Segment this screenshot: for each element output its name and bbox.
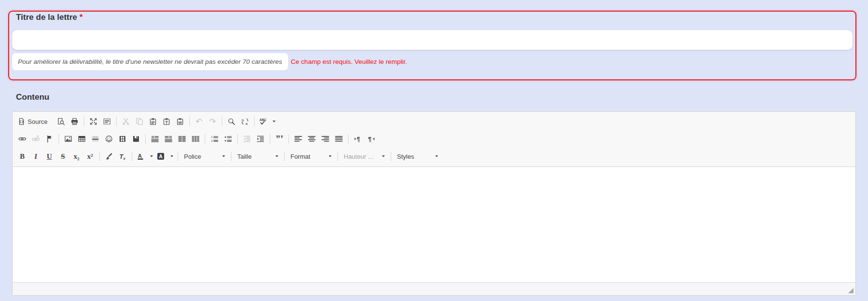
rich-text-editor: SourceTW↶↷baABC 12””¶¶ BIUSx₂x²TxAAPolic… [12, 111, 856, 296]
indent-button[interactable] [254, 133, 267, 145]
anchor-button[interactable] [43, 133, 56, 145]
editor-status-bar [13, 282, 855, 295]
svg-text:A: A [159, 153, 163, 159]
align-right-icon [321, 135, 329, 143]
strikethrough-button[interactable]: S [57, 150, 69, 163]
image-button[interactable] [62, 133, 75, 145]
table-button[interactable] [76, 133, 88, 145]
copy-formatting-icon [105, 152, 113, 160]
paste-word-icon: W [176, 118, 184, 125]
float-left-block-button[interactable] [149, 133, 161, 145]
paste-from-word-button[interactable]: W [174, 115, 186, 128]
toolbar-separator [132, 151, 132, 161]
direction-rtl-button[interactable]: ¶ [365, 133, 378, 145]
numbered-list-icon: 12 [211, 135, 218, 143]
replace-button[interactable]: ba [239, 115, 251, 128]
italic-button[interactable]: I [30, 150, 42, 163]
toolbar-separator [289, 134, 289, 144]
iframe-icon [119, 135, 126, 143]
underline-button[interactable]: U [43, 150, 56, 163]
svg-text:ABC: ABC [259, 118, 266, 121]
find-icon [228, 118, 235, 125]
subscript-button[interactable]: x₂ [70, 150, 83, 163]
source-icon [17, 118, 25, 125]
image-icon [64, 135, 72, 143]
link-button[interactable] [16, 133, 29, 145]
styles-combo[interactable]: Styles [395, 150, 441, 163]
preview-button[interactable] [55, 115, 67, 128]
svg-text:W: W [178, 120, 182, 125]
save-icon [132, 135, 140, 143]
direction-rtl-icon: ¶ [367, 135, 375, 143]
font-size-combo[interactable]: Taille [235, 150, 281, 163]
cut-icon [122, 118, 130, 125]
toolbar-separator [270, 134, 270, 144]
background-color-button[interactable]: A [155, 150, 175, 163]
undo-button: ↶ [193, 115, 205, 128]
float-right-block-button[interactable] [162, 133, 175, 145]
indent-icon [257, 135, 264, 143]
blockquote-button[interactable]: ”” [273, 133, 286, 145]
chevron-down-icon [150, 155, 153, 157]
remove-format-icon: Tx [119, 152, 126, 160]
three-columns-button[interactable] [189, 133, 202, 145]
horizontal-rule-button[interactable] [89, 133, 102, 145]
columns-3-icon [192, 135, 199, 143]
redo-button: ↷ [206, 115, 219, 128]
bold-icon: B [20, 153, 25, 160]
font-combo-label: Police [184, 153, 219, 160]
anchor-icon [46, 135, 53, 143]
align-left-icon [294, 135, 302, 143]
iframe-button[interactable] [116, 133, 129, 145]
print-button[interactable] [68, 115, 81, 128]
toolbar-row-3: BIUSx₂x²TxAAPoliceTailleFormatHauteur …S… [15, 148, 853, 165]
save-button[interactable] [130, 133, 142, 145]
italic-icon: I [34, 153, 37, 160]
chevron-down-icon [170, 155, 173, 157]
title-input[interactable] [12, 30, 853, 50]
two-columns-button[interactable] [176, 133, 188, 145]
align-right-button[interactable] [319, 133, 332, 145]
remove-format-button[interactable]: Tx [116, 150, 129, 163]
smiley-button[interactable] [103, 133, 115, 145]
copy-formatting-button[interactable] [103, 150, 115, 163]
horizontal-rule-icon [91, 135, 99, 143]
paste-text-icon: T [163, 118, 170, 125]
svg-text:b: b [242, 118, 244, 122]
toolbar-separator [231, 151, 231, 161]
svg-text:¶: ¶ [368, 136, 372, 143]
text-color-button[interactable]: A [135, 150, 154, 163]
maximize-button[interactable] [87, 115, 100, 128]
toolbar-separator [84, 117, 84, 126]
find-button[interactable] [225, 115, 238, 128]
superscript-button[interactable]: x² [84, 150, 96, 163]
toolbar-separator [145, 134, 146, 144]
align-justify-icon [335, 135, 343, 143]
paragraph-format-combo[interactable]: Format [288, 150, 334, 163]
line-height-combo[interactable]: Hauteur … [341, 150, 387, 163]
align-left-button[interactable] [292, 133, 305, 145]
resize-grip[interactable] [848, 288, 853, 293]
bold-button[interactable]: B [16, 150, 29, 163]
spell-check-button[interactable]: ABC [258, 115, 277, 128]
styles-combo-label: Styles [397, 153, 432, 160]
toolbar-separator [337, 151, 338, 161]
chevron-down-icon [273, 120, 275, 122]
subscript-icon: x₂ [74, 153, 79, 160]
numbered-list-button[interactable]: 12 [208, 133, 221, 145]
chevron-down-icon [222, 155, 225, 157]
direction-ltr-button[interactable]: ¶ [351, 133, 364, 145]
bulleted-list-button[interactable] [222, 133, 234, 145]
align-justify-button[interactable] [333, 133, 345, 145]
paste-text-button[interactable]: T [160, 115, 173, 128]
unlink-icon [32, 135, 40, 143]
align-center-icon [308, 135, 316, 143]
paste-button[interactable] [147, 115, 159, 128]
show-blocks-button[interactable] [101, 115, 113, 128]
font-combo[interactable]: Police [182, 150, 228, 163]
align-center-button[interactable] [305, 133, 318, 145]
editor-content[interactable] [13, 167, 855, 282]
table-icon [78, 135, 86, 143]
copy-button [133, 115, 146, 128]
source-button[interactable]: Source [16, 115, 49, 128]
